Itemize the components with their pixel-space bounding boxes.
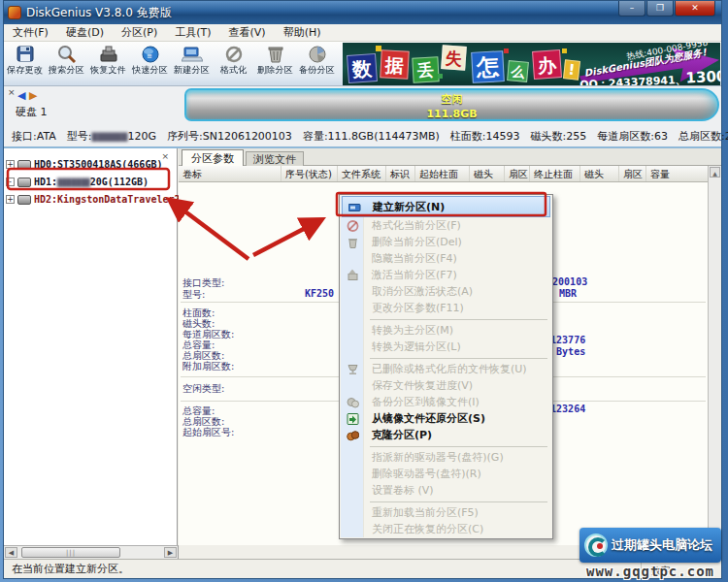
tree-item-hd1[interactable]: - HD1:███████20G(112GB) <box>6 174 149 190</box>
menu-item-convert-primary[interactable]: 转换为主分区(M) <box>341 322 551 339</box>
minimize-button[interactable]: – <box>618 1 645 16</box>
menu-item-hide-partition[interactable]: 隐藏当前分区(F4) <box>341 250 551 267</box>
menu-item-remove-drive-letter[interactable]: 删除驱动器号(盘符)(R) <box>341 466 551 482</box>
delete-partition-icon <box>254 45 296 64</box>
ad-char-tile: 数 <box>347 53 378 83</box>
forum-name: 过期罐头电脑论坛 <box>612 536 712 554</box>
disk-icon <box>17 178 31 187</box>
censored-model: ███████ <box>57 178 90 187</box>
forum-url: www.gqgtpc.com <box>579 564 721 579</box>
col-head[interactable]: 磁头 <box>470 166 505 181</box>
menu-item-set-volume-label[interactable]: 设置卷标 (V) <box>341 482 551 499</box>
disk-nav-arrows: ◀ ▶ <box>17 89 37 102</box>
quick-partition-button[interactable]: ≡ 快速分区 <box>129 42 171 85</box>
col-volume-label[interactable]: 卷标 <box>179 166 281 181</box>
col-head2[interactable]: 磁头 <box>580 166 619 181</box>
menu-partition[interactable]: 分区(P) <box>113 24 166 42</box>
maximize-button[interactable]: ❐ <box>646 1 674 16</box>
recover-files-button[interactable]: 恢复文件 <box>87 42 129 85</box>
col-index-status[interactable]: 序号(状态) <box>281 166 338 181</box>
menu-item-delete-partition[interactable]: 删除当前分区(Del) <box>341 234 551 250</box>
menu-view[interactable]: 查看(V) <box>220 24 275 42</box>
close-button[interactable]: ✕ <box>675 1 715 16</box>
format-icon <box>213 45 254 64</box>
menu-item-assign-drive-letter[interactable]: 指派新的驱动器号(盘符)(G) <box>341 449 551 466</box>
menu-item-close-recovering-partition[interactable]: 关闭正在恢复的分区(C) <box>341 521 551 537</box>
clone-partition-icon <box>347 429 359 441</box>
col-capacity[interactable]: 容量 <box>646 166 697 181</box>
menu-item-restore-from-image[interactable]: 从镜像文件还原分区(S) <box>341 410 551 427</box>
disk-icon <box>17 195 31 205</box>
recover-files-icon <box>87 45 129 64</box>
free-space-name: 空闲 <box>186 92 717 107</box>
menu-item-convert-logical[interactable]: 转换为逻辑分区(L) <box>341 339 551 355</box>
ad-banner[interactable]: 数 据 丢 失 怎 么 办 ! DiskGenius团队为您服务! 热线:400… <box>343 43 720 85</box>
trash-icon <box>347 236 359 248</box>
hscroll-thumb[interactable]: ||| <box>21 547 120 558</box>
tab-browse-files[interactable]: 浏览文件 <box>246 151 304 166</box>
content-vscrollbar[interactable]: ▲ ▼ <box>708 166 721 545</box>
tab-partition-params[interactable]: 分区参数 <box>182 149 244 166</box>
scroll-up-icon[interactable]: ▲ <box>710 167 720 178</box>
free-space-bar[interactable]: 空闲 111.8GB <box>184 88 719 121</box>
recover-files-icon <box>347 363 359 375</box>
detail-value-model: KF250 <box>305 288 334 299</box>
col-sector[interactable]: 扇区 <box>505 166 530 181</box>
backup-partition-button[interactable]: 备份分区 <box>296 42 338 85</box>
collapse-icon[interactable]: - <box>6 178 15 186</box>
panel-close-icon[interactable]: × <box>8 87 16 97</box>
expand-icon[interactable]: + <box>6 160 15 169</box>
title-bar[interactable]: DiskGenius V3.8.0 免费版 – ❐ ✕ <box>4 1 721 24</box>
save-changes-button[interactable]: 保存更改 <box>4 42 46 85</box>
censored-model: ██████ <box>92 133 128 142</box>
menu-item-activate-partition[interactable]: 激活当前分区(F7) <box>341 267 551 283</box>
delete-partition-button[interactable]: 删除分区 <box>254 42 296 85</box>
app-icon <box>8 6 21 19</box>
menu-file[interactable]: 文件(F) <box>4 24 57 42</box>
search-partition-button[interactable]: 搜索分区 <box>46 42 87 85</box>
ad-char-tile: 丢 <box>412 56 439 82</box>
menu-item-save-recovery-progress[interactable]: 保存文件恢复进度(V) <box>341 377 551 394</box>
scroll-right-icon[interactable]: ▶ <box>164 547 177 558</box>
disk-tree-panel: × + HD0:ST3500418AS(466GB) - HD1:███████… <box>4 148 178 545</box>
activate-icon <box>347 269 359 281</box>
col-sector2[interactable]: 扇区 <box>619 166 646 181</box>
ad-char-tile: 办 <box>532 49 562 80</box>
ad-deco-dot <box>376 46 381 51</box>
menu-item-format-partition[interactable]: 格式化当前分区(F) <box>341 217 551 234</box>
menu-item-change-params[interactable]: 更改分区参数(F11) <box>341 300 551 316</box>
tree-item-hd0[interactable]: + HD0:ST3500418AS(466GB) <box>6 156 162 173</box>
new-partition-icon <box>348 201 361 213</box>
menu-item-recover-deleted-files[interactable]: 已删除或格式化后的文件恢复(U) <box>341 361 551 377</box>
col-end-cylinder[interactable]: 终止柱面 <box>530 166 580 181</box>
menu-tools[interactable]: 工具(T) <box>166 24 219 42</box>
menu-help[interactable]: 帮助(H) <box>275 24 330 42</box>
tree-close-icon[interactable]: × <box>161 151 169 161</box>
prev-disk-icon[interactable]: ◀ <box>17 89 25 102</box>
menu-disk[interactable]: 硬盘(D) <box>57 24 113 42</box>
tree-item-hd2[interactable]: + HD2:KingstonDataTraveler2 <box>6 191 181 208</box>
search-icon <box>46 45 87 64</box>
menu-item-backup-to-image[interactable]: 备份分区到镜像文件(I) <box>341 394 551 410</box>
disk-bar-row: × ◀ ▶ 硬盘 1 空闲 111.8GB <box>4 86 721 125</box>
menu-item-deactivate-partition[interactable]: 取消分区激活状态(A) <box>341 283 551 300</box>
app-window: DiskGenius V3.8.0 免费版 – ❐ ✕ 文件(F) 硬盘(D) … <box>3 0 722 579</box>
col-filesystem[interactable]: 文件系统 <box>338 166 386 181</box>
next-disk-icon[interactable]: ▶ <box>29 89 37 102</box>
col-flag[interactable]: 标识 <box>386 166 415 181</box>
format-button[interactable]: 格式化 <box>213 42 254 85</box>
disk-icon <box>17 160 31 170</box>
window-title: DiskGenius V3.8.0 免费版 <box>26 5 172 21</box>
expand-icon[interactable]: + <box>6 195 15 204</box>
scroll-left-icon[interactable]: ◀ <box>5 547 17 558</box>
watermark: 过期罐头电脑论坛 www.gqgtpc.com <box>579 528 721 579</box>
menu-item-clone-partition[interactable]: 克隆分区(P) <box>341 427 551 443</box>
new-partition-button[interactable]: 新建分区 <box>171 42 213 85</box>
svg-text:≡: ≡ <box>147 52 152 60</box>
menu-item-create-new-partition[interactable]: 建立新分区(N) <box>342 196 550 217</box>
tree-hscrollbar[interactable]: ◀ ||| ▶ <box>4 545 179 559</box>
detail-label: 附加扇区数: <box>182 360 234 373</box>
menu-item-reload-partition[interactable]: 重新加载当前分区(F5) <box>341 504 551 521</box>
col-start-cylinder[interactable]: 起始柱面 <box>415 166 470 181</box>
disk-tab-label[interactable]: 硬盘 1 <box>16 105 48 119</box>
